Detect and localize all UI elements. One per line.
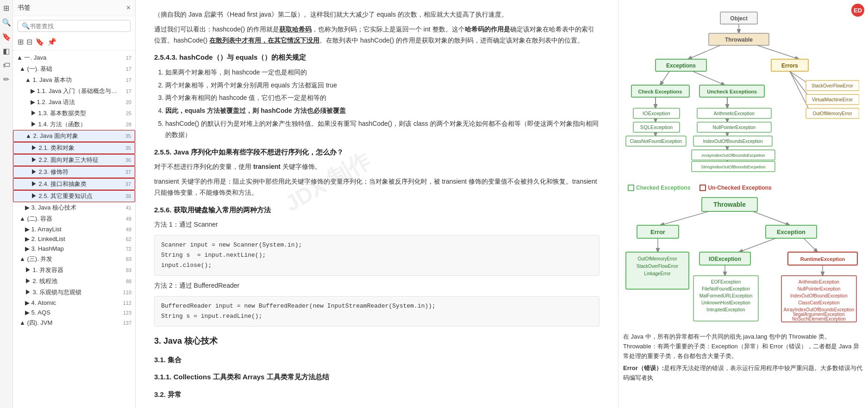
tree-item-badge: 137 xyxy=(120,320,131,326)
svg-text:RuntimeException: RuntimeException xyxy=(800,256,845,262)
sidebar-item-s4[interactable]: ▶ 1.1. Java 入门（基础概念与常识）17 xyxy=(13,86,135,97)
sidebar-close-button[interactable]: × xyxy=(126,4,131,12)
sidebar-item-s13[interactable]: ▶ 2.5. 其它重要知识点38 xyxy=(13,190,135,202)
tree-item-label: ▶ 2.4. 接口和抽象类 xyxy=(31,180,120,188)
sidebar-item-s6[interactable]: ▶ 1.3. 基本数据类型25 xyxy=(13,108,135,119)
tree-item-label: ▲ 一. Java xyxy=(17,54,120,62)
sidebar-item-s19[interactable]: ▲ (三). 并发83 xyxy=(13,253,135,265)
sidebar-item-s21[interactable]: ▶ 2. 线程池88 xyxy=(13,276,135,287)
nav-icon-5[interactable]: 🏷 xyxy=(3,61,10,69)
left-icon-strip: ⊞ 🔍 🔖 ◧ 🏷 ✏ xyxy=(0,0,13,408)
svg-text:SQLException: SQLException xyxy=(640,124,673,130)
diagram2-svg: Throwable Error Exception OutOfMemoryErr… xyxy=(623,195,859,324)
hashcode-desc: 通过我们可以看出：hashcode() 的作用就是获取哈希码，也称为散列码；它实… xyxy=(154,24,599,46)
tree-item-badge: 72 xyxy=(120,246,131,252)
tree-item-badge: 123 xyxy=(120,310,131,315)
bookmark-icon[interactable]: 🔖 xyxy=(35,37,44,46)
expand-all-icon[interactable]: ⊞ xyxy=(18,37,24,46)
sidebar-item-s12[interactable]: ▶ 2.4. 接口和抽象类37 xyxy=(13,178,135,190)
tree-item-label: ▶ 2.1. 类和对象 xyxy=(31,144,120,152)
diagram1-svg: Object Throwable Exceptions Errors xyxy=(623,7,859,174)
svg-text:ArithmaticException: ArithmaticException xyxy=(799,279,839,284)
tree-item-label: ▲ 1. Java 基本功 xyxy=(25,76,120,84)
sidebar-item-s5[interactable]: ▶ 1.2. Java 语法20 xyxy=(13,97,135,108)
svg-text:LinkageError: LinkageError xyxy=(644,271,671,276)
desc-text-2: Error（错误）:是程序无法处理的错误，表示运行应用程序中较严重问题。大多数错… xyxy=(623,364,863,383)
collapse-all-icon[interactable]: ⊟ xyxy=(26,37,32,46)
nav-icon-3[interactable]: 🔖 xyxy=(2,32,11,41)
tree-item-label: ▶ 4. Atomic xyxy=(25,299,120,306)
rule-2: 两个对象相等，对两个对象分别调用 equals 方法都返回 true xyxy=(165,80,599,91)
sidebar-item-s10[interactable]: ▶ 2.2. 面向对象三大特征36 xyxy=(13,154,135,166)
svg-text:Object: Object xyxy=(730,15,747,22)
tree-item-badge: 36 xyxy=(120,157,131,163)
sidebar-item-s2[interactable]: ▲ (一). 基础17 xyxy=(13,63,135,74)
sidebar-item-s3[interactable]: ▲ 1. Java 基本功17 xyxy=(13,74,135,86)
svg-text:OutOfMemoryError: OutOfMemoryError xyxy=(637,256,677,261)
sidebar-item-s15[interactable]: ▲ (二). 容器49 xyxy=(13,213,135,224)
tree-item-label: ▶ 2.5. 其它重要知识点 xyxy=(31,192,120,200)
sidebar-item-s20[interactable]: ▶ 1. 并发容器83 xyxy=(13,265,135,276)
tree-item-label: ▶ 2. LinkedList xyxy=(25,235,120,242)
tree-item-label: ▶ 2.2. 面向对象三大特征 xyxy=(31,156,120,164)
tree-item-badge: 17 xyxy=(120,88,131,94)
nav-icon-6[interactable]: ✏ xyxy=(3,75,9,84)
svg-text:VirtualMachineError: VirtualMachineError xyxy=(812,97,853,102)
svg-text:ArithmeticException: ArithmeticException xyxy=(714,111,755,116)
hashcode-rules-list: 如果两个对象相等，则 hashcode 一定也是相同的 两个对象相等，对两个对象… xyxy=(165,67,599,141)
sidebar-item-s9[interactable]: ▶ 2.1. 类和对象35 xyxy=(13,142,135,154)
svg-text:UnknownHostException: UnknownHostException xyxy=(701,300,750,305)
svg-text:NoSuchElementException: NoSuchElementException xyxy=(792,316,846,321)
tree-item-badge: 62 xyxy=(120,236,131,242)
tree-item-badge: 17 xyxy=(120,77,131,83)
rule-1: 如果两个对象相等，则 hashcode 一定也是相同的 xyxy=(165,67,599,78)
sidebar-item-s14[interactable]: ▶ 3. Java 核心技术41 xyxy=(13,202,135,213)
rule-4: 因此，equals 方法被覆盖过，则 hashCode 方法也必须被覆盖 xyxy=(165,105,599,117)
nav-icon-4[interactable]: ◧ xyxy=(3,47,10,56)
svg-line-5 xyxy=(688,45,720,59)
section-collection: 3.1. 集合 xyxy=(154,354,599,366)
sidebar-search-container[interactable]: 🔍 xyxy=(18,20,131,32)
tree-item-badge: 28 xyxy=(120,122,131,127)
svg-text:MalFormedURLException: MalFormedURLException xyxy=(699,293,753,298)
sidebar-item-s24[interactable]: ▶ 5. AQS123 xyxy=(13,308,135,317)
nav-icon-2[interactable]: 🔍 xyxy=(2,18,11,27)
svg-text:Throwable: Throwable xyxy=(713,201,746,208)
hashcode-highlight3: 在散列表中才有用，在其它情况下没用 xyxy=(209,37,319,44)
sidebar-item-s7[interactable]: ▶ 1.4. 方法（函数）28 xyxy=(13,119,135,130)
tree-item-label: ▶ 1.4. 方法（函数） xyxy=(31,120,120,129)
sidebar-item-s1[interactable]: ▲ 一. Java17 xyxy=(13,52,135,63)
tree-item-badge: 35 xyxy=(120,145,131,151)
svg-text:EOFException: EOFException xyxy=(711,279,741,284)
svg-text:Exception: Exception xyxy=(777,229,806,235)
tree-item-label: ▶ 3. 乐观锁与悲观锁 xyxy=(25,288,120,297)
tree-item-badge: 49 xyxy=(120,227,131,232)
sidebar-item-s22[interactable]: ▶ 3. 乐观锁与悲观锁110 xyxy=(13,287,135,298)
tree-item-label: ▲ (二). 容器 xyxy=(19,215,120,223)
sidebar-item-s17[interactable]: ▶ 2. LinkedList62 xyxy=(13,234,135,244)
tree-item-badge: 37 xyxy=(120,169,131,175)
search-input[interactable] xyxy=(30,23,126,30)
hashcode-highlight: 获取哈希码 xyxy=(279,25,312,33)
legend-unchecked: Un-Checked Exceptions xyxy=(708,185,771,191)
sidebar-item-s18[interactable]: ▶ 3. HashMap72 xyxy=(13,244,135,253)
sidebar-item-s11[interactable]: ▶ 2.3. 修饰符37 xyxy=(13,166,135,178)
bottom-description: 在 Java 中，所有的异常都有一个共同的祖先 java.lang 包中的 Th… xyxy=(623,332,863,383)
svg-line-11 xyxy=(660,71,669,85)
svg-line-63 xyxy=(739,238,776,252)
nav-icon-1[interactable]: ⊞ xyxy=(3,4,9,12)
svg-line-6 xyxy=(757,45,799,59)
bookmark2-icon[interactable]: 📌 xyxy=(47,37,56,46)
tree-item-badge: 35 xyxy=(120,133,131,139)
tree-item-badge: 83 xyxy=(120,256,131,262)
svg-text:Error: Error xyxy=(650,229,665,235)
svg-text:IntruptedException: IntruptedException xyxy=(706,307,745,312)
sidebar-item-s16[interactable]: ▶ 1. ArrayList49 xyxy=(13,224,135,234)
sidebar-tree: ▲ 一. Java17▲ (一). 基础17▲ 1. Java 基本功17▶ 1… xyxy=(13,50,135,408)
sidebar-item-s8[interactable]: ▲ 2. Java 面向对象35 xyxy=(13,130,135,142)
svg-text:IndexOutOfBoundException: IndexOutOfBoundException xyxy=(790,293,848,298)
sidebar-item-s25[interactable]: ▲ (四). JVM137 xyxy=(13,317,135,328)
sidebar-item-s23[interactable]: ▶ 4. Atomic112 xyxy=(13,298,135,308)
svg-line-52 xyxy=(660,211,709,225)
svg-text:ClassCastException: ClassCastException xyxy=(798,300,839,305)
